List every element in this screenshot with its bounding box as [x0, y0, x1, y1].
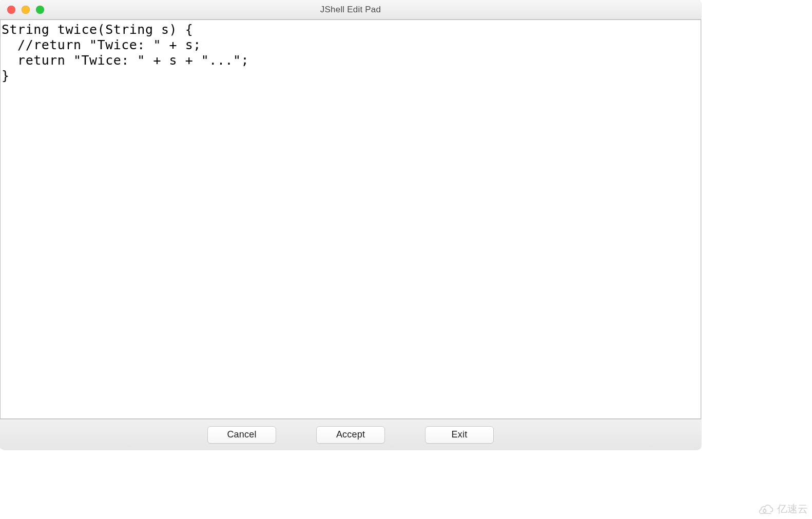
titlebar[interactable]: JShell Edit Pad: [0, 0, 701, 19]
code-editor[interactable]: [0, 19, 701, 419]
svg-point-0: [763, 509, 766, 512]
jshell-edit-pad-window: JShell Edit Pad Cancel Accept Exit: [0, 0, 701, 450]
exit-button[interactable]: Exit: [425, 426, 494, 444]
close-icon[interactable]: [7, 6, 15, 14]
button-bar: Cancel Accept Exit: [0, 419, 701, 450]
minimize-icon[interactable]: [22, 6, 30, 14]
watermark: 亿速云: [759, 502, 808, 516]
watermark-text: 亿速云: [777, 502, 808, 516]
cloud-icon: [759, 504, 774, 514]
cancel-button[interactable]: Cancel: [207, 426, 276, 444]
window-title: JShell Edit Pad: [0, 5, 701, 15]
maximize-icon[interactable]: [36, 6, 44, 14]
accept-button[interactable]: Accept: [316, 426, 385, 444]
traffic-lights: [7, 6, 44, 14]
